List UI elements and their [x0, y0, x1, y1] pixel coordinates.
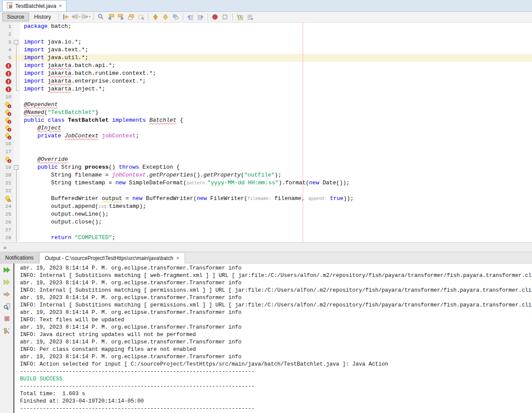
hint-error-icon[interactable] [0, 124, 13, 132]
line-number: 2 [0, 30, 13, 38]
code-text [20, 30, 532, 38]
code-line[interactable]: 28 return "COMPLETED"; [0, 234, 532, 242]
code-line[interactable]: 27 [0, 226, 532, 234]
breadcrumb[interactable]: » [0, 242, 532, 252]
bottom-tab-bar: Notifications Output - C:\sourceProject\… [0, 252, 532, 263]
fold-column[interactable]: − [13, 38, 20, 46]
hint-error-icon[interactable] [0, 101, 13, 109]
error-badge-icon[interactable] [0, 85, 13, 93]
error-badge-icon[interactable] [0, 77, 13, 85]
find-icon[interactable] [96, 13, 106, 22]
tab-notifications[interactable]: Notifications [0, 252, 39, 263]
macro-stop-icon[interactable] [220, 13, 230, 22]
code-line[interactable]: 3−import java.io.*; [0, 38, 532, 46]
fold-column [13, 140, 20, 148]
bookmark-up-icon[interactable] [151, 13, 161, 22]
hint-error-icon[interactable] [0, 109, 13, 117]
line-number: 24 [0, 203, 13, 210]
code-line[interactable]: 2 [0, 30, 532, 38]
rerun-dim-icon[interactable] [3, 278, 11, 286]
resume-icon[interactable] [3, 290, 11, 299]
code-line[interactable]: 24 output.append(csq:timestamp); [0, 203, 532, 210]
search-output-icon[interactable] [3, 302, 11, 311]
rerun-icon[interactable] [3, 266, 11, 274]
editor-tab-close-icon[interactable]: × [59, 3, 62, 9]
code-line[interactable]: @Named("TestBatchlet") [0, 109, 532, 117]
shift-left-icon[interactable] [185, 13, 195, 22]
code-line[interactable]: 17 [0, 148, 532, 156]
code-line[interactable]: 22 [0, 187, 532, 195]
code-text: BufferedWriter output = new BufferedWrit… [20, 195, 532, 203]
bookmark-toggle-icon[interactable] [171, 13, 181, 22]
error-badge-icon[interactable] [0, 62, 13, 70]
code-line[interactable]: 5import java.util.*; [0, 54, 532, 62]
code-line[interactable]: import jakarta.enterprise.context.*; [0, 77, 532, 85]
output-line: abr. 19, 2023 8:14:14 P. M. org.eclipse.… [20, 265, 532, 272]
code-line[interactable]: 1package batch; [0, 23, 532, 30]
notifications-tab-label: Notifications [5, 255, 33, 261]
code-line[interactable]: import jakarta.batch.runtime.context.*; [0, 70, 532, 77]
code-editor[interactable]: 1package batch;23−import java.io.*;4impo… [0, 23, 532, 242]
output-tab-close-icon[interactable]: × [176, 255, 179, 261]
output-line: abr. 19, 2023 8:14:14 P. M. org.eclipse.… [20, 324, 532, 331]
comment-icon[interactable] [235, 13, 245, 22]
code-line[interactable]: 25 output.newLine(); [0, 210, 532, 218]
shift-right-icon[interactable] [195, 13, 205, 22]
code-line[interactable]: 4import java.text.*; [0, 46, 532, 54]
code-line[interactable]: 16 [0, 140, 532, 148]
source-view-button[interactable]: Source [2, 13, 29, 21]
code-line[interactable]: import jakarta.batch.api.*; [0, 62, 532, 70]
code-line[interactable]: BufferedWriter output = new BufferedWrit… [0, 195, 532, 203]
rect-select-icon[interactable] [136, 13, 146, 22]
back-icon[interactable] [71, 13, 81, 22]
last-edit-icon[interactable] [61, 13, 71, 22]
code-line[interactable]: 10 [0, 93, 532, 101]
forward-icon[interactable] [81, 13, 91, 22]
hint-error-icon[interactable] [0, 156, 13, 163]
uncomment-icon[interactable] [245, 13, 255, 22]
hint-error-icon[interactable] [0, 132, 13, 140]
output-line: abr. 19, 2023 8:14:14 P. M. org.eclipse.… [20, 294, 532, 302]
code-line[interactable]: public class TestBatchlet implements Bat… [0, 117, 532, 124]
find-prev-icon[interactable] [106, 13, 116, 22]
code-line[interactable]: @Inject [0, 124, 532, 132]
code-line[interactable]: 21 String timestamp = new SimpleDateForm… [0, 179, 532, 187]
java-file-icon [7, 2, 13, 10]
output-line: INFO: Internal [ Substitions matching [ … [20, 272, 532, 280]
code-text [20, 187, 532, 195]
code-line[interactable]: import jakarta.inject.*; [0, 85, 532, 93]
line-number: 1 [0, 23, 13, 30]
hint-warning-icon[interactable] [0, 195, 13, 203]
history-view-button[interactable]: History [30, 13, 56, 21]
output-console[interactable]: abr. 19, 2023 8:14:14 P. M. org.eclipse.… [14, 263, 532, 413]
fold-toggle-icon[interactable]: − [14, 165, 18, 170]
line-number: 19 [0, 163, 13, 171]
fold-column [13, 54, 20, 62]
fold-column [13, 117, 20, 124]
fold-column[interactable]: − [13, 163, 20, 171]
toolbar-separator [93, 13, 94, 20]
code-line[interactable]: @Dependent [0, 101, 532, 109]
tab-output[interactable]: Output - C:\sourceProject\TestHttps\src\… [39, 252, 185, 263]
error-badge-icon[interactable] [0, 70, 13, 77]
code-line[interactable]: 19− public String process() throws Excep… [0, 163, 532, 171]
code-line[interactable]: @Override [0, 156, 532, 163]
code-line[interactable]: 26 output.close(); [0, 218, 532, 226]
hint-error-icon[interactable] [0, 117, 13, 124]
stop-icon[interactable] [3, 314, 11, 323]
code-line[interactable]: 20 String filename = jobContext.getPrope… [0, 171, 532, 179]
find-next-icon[interactable] [116, 13, 126, 22]
bookmark-down-icon[interactable] [161, 13, 171, 22]
code-line[interactable]: private JobContext jobContext; [0, 132, 532, 140]
code-text: import java.text.*; [20, 46, 532, 54]
output-line: INFO: Action selected for input [ C:/sou… [20, 361, 532, 368]
editor-tab-testbatchlet[interactable]: TestBatchlet.java × [2, 0, 66, 11]
highlight-icon[interactable] [126, 13, 136, 22]
fold-column [13, 70, 20, 77]
code-text: import java.io.*; [20, 38, 532, 46]
code-text [20, 140, 532, 148]
code-text: String timestamp = new SimpleDateFormat(… [20, 179, 532, 187]
settings-icon[interactable] [3, 326, 11, 335]
macro-record-icon[interactable] [210, 13, 220, 22]
fold-toggle-icon[interactable]: − [14, 40, 18, 44]
